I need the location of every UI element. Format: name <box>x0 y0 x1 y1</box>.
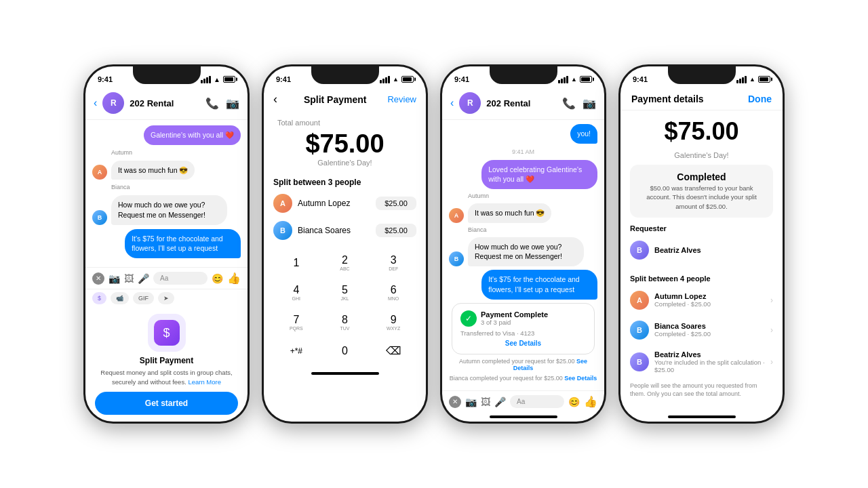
key-4[interactable]: 4GHI <box>273 279 319 306</box>
phone-3: 9:41 ▲ ‹ R 202 Rental 📞 📷 <box>440 64 606 424</box>
key-del[interactable]: ⌫ <box>370 339 416 363</box>
requester-label-4: Requester <box>630 224 773 232</box>
split-label-4: Split between 4 people <box>630 274 773 283</box>
call-icon-3[interactable]: 📞 <box>562 97 576 110</box>
video-icon-3[interactable]: 📷 <box>583 97 596 110</box>
video-btn-1[interactable]: 📹 <box>111 292 129 304</box>
image-icon-1[interactable]: 🖼 <box>124 273 134 284</box>
wifi-icon-3: ▲ <box>571 76 577 83</box>
like-icon-3[interactable]: 👍 <box>584 395 597 408</box>
home-indicator-4 <box>668 415 736 418</box>
sender-bianca-3: Bianca <box>468 226 597 233</box>
key-1[interactable]: 1 <box>273 249 319 277</box>
key-2[interactable]: 2ABC <box>322 249 368 277</box>
msg-row-response-1: It's $75 for the chocolate and flowers, … <box>92 229 241 258</box>
total-label-2: Total amount <box>277 119 412 127</box>
group-avatar-1: R <box>102 92 124 114</box>
camera-icon-3[interactable]: 📷 <box>465 396 477 407</box>
key-6[interactable]: 6MNO <box>370 279 416 306</box>
payments-row-1: $ 📹 GIF ➤ <box>85 289 248 308</box>
person-name-bianca-2: Bianca Soares <box>298 226 370 235</box>
split-icon-1: $ <box>154 320 180 346</box>
sender-autumn-3: Autumn <box>468 192 597 199</box>
payment-btn-1[interactable]: $ <box>92 292 106 304</box>
person-row-bianca-2: B Bianca Soares $25.00 <box>264 217 426 244</box>
pc-subtitle-3: 3 of 3 paid <box>481 319 548 326</box>
split-icon-wrap-1: $ <box>148 314 186 352</box>
sender-bianca-1: Bianca <box>111 184 241 190</box>
learn-more-link-1[interactable]: Learn More <box>188 378 221 386</box>
person-row-autumn-4[interactable]: A Autumn Lopez Completed · $25.00 › <box>630 288 773 312</box>
status-icons-4: ▲ <box>736 76 770 83</box>
chat-title-3: 202 Rental <box>486 98 557 108</box>
avatar-beatriz-requester-4: B <box>630 241 649 260</box>
person-name-beatriz-4: Beatriz Alves <box>654 350 765 359</box>
msg-row-response-3: It's $75 for the chocolate and flowers, … <box>449 270 597 299</box>
message-input-1[interactable]: Aa <box>153 272 208 285</box>
note-4: People will see the amount you requested… <box>630 382 773 399</box>
chevron-bianca-4: › <box>770 325 773 335</box>
msg-bubble-autumn-3: It was so much fun 😎 <box>468 203 551 223</box>
payment-details-title-4: Payment details <box>631 94 704 104</box>
back-button-1[interactable]: ‹ <box>94 97 97 109</box>
see-details-button-3[interactable]: See Details <box>460 340 586 347</box>
image-icon-3[interactable]: 🖼 <box>481 396 490 407</box>
split-between-label-2: Split between 3 people <box>264 172 426 190</box>
timestamp-3: 9:41 AM <box>449 148 597 155</box>
pc-detail-3: Transferred to Visa · 4123 <box>460 329 586 337</box>
p2-header: ‹ Split Payment Review <box>264 89 426 113</box>
key-5[interactable]: 5JKL <box>322 279 368 306</box>
key-7[interactable]: 7PQRS <box>273 309 319 336</box>
battery-icon-1 <box>223 76 235 83</box>
emoji-icon-3[interactable]: 😊 <box>568 396 580 407</box>
msg-bubble-response-1: It's $75 for the chocolate and flowers, … <box>125 229 241 258</box>
battery-icon-3 <box>580 76 592 83</box>
review-button-2[interactable]: Review <box>387 94 416 104</box>
status-time-4: 9:41 <box>633 75 648 83</box>
toolbar-3: ✕ 📷 🖼 🎤 Aa 😊 👍 <box>442 390 604 412</box>
get-started-button-1[interactable]: Get started <box>95 392 238 415</box>
p4-header: Payment details Done <box>620 89 783 110</box>
camera-icon-1[interactable]: 📷 <box>108 273 120 284</box>
sender-autumn-1: Autumn <box>111 149 241 156</box>
person-name-autumn-2: Autumn Lopez <box>298 199 370 208</box>
person-row-bianca-4[interactable]: B Bianca Soares Completed · $25.00 › <box>630 318 773 342</box>
key-3[interactable]: 3DEF <box>370 249 416 277</box>
mic-icon-3[interactable]: 🎤 <box>494 396 506 407</box>
key-8[interactable]: 8TUV <box>322 309 368 336</box>
emoji-icon-1[interactable]: 😊 <box>212 273 223 284</box>
close-btn-3[interactable]: ✕ <box>449 396 461 408</box>
msg-bubble-bianca-3: How much do we owe you? Request me on Me… <box>468 237 584 266</box>
message-input-3[interactable]: Aa <box>510 395 564 408</box>
done-button-4[interactable]: Done <box>748 94 772 104</box>
video-icon-1[interactable]: 📷 <box>226 97 239 110</box>
person-name-bianca-4: Bianca Soares <box>654 322 711 330</box>
key-special[interactable]: +*# <box>273 339 319 363</box>
bianca-completed-3: Bianca completed your request for $25.00… <box>449 375 597 382</box>
see-details-bianca-3[interactable]: See Details <box>564 375 597 382</box>
see-details-autumn-3[interactable]: See Details <box>513 358 587 371</box>
chat-body-3: you! 9:41 AM Loved celebrating Galentine… <box>442 120 604 390</box>
pc-card-header-3: ✓ Payment Complete 3 of 3 paid <box>460 310 586 327</box>
split-desc-1: Request money and split costs in group c… <box>95 368 238 386</box>
call-icon-1[interactable]: 📞 <box>205 97 219 110</box>
gif-btn-1[interactable]: GIF <box>133 292 154 304</box>
back-button-3[interactable]: ‹ <box>450 97 454 109</box>
mic-icon-1[interactable]: 🎤 <box>138 273 149 284</box>
event-4: Galentine's Day! <box>630 151 773 159</box>
person-sub-autumn-4: Completed · $25.00 <box>654 300 711 308</box>
key-0[interactable]: 0 <box>322 339 368 363</box>
signal-icon-1 <box>201 76 211 83</box>
like-icon-1[interactable]: 👍 <box>227 272 241 285</box>
phone-2: 9:41 ▲ ‹ Split Payment Review <box>262 64 428 424</box>
person-row-beatriz-4[interactable]: B Beatriz Alves You're included in the s… <box>630 348 773 376</box>
status-icons-1: ▲ <box>201 76 235 83</box>
wifi-icon-2: ▲ <box>393 76 399 83</box>
toolbar-1: ✕ 📷 🖼 🎤 Aa 😊 👍 <box>85 267 248 289</box>
notch-2 <box>311 66 379 84</box>
requester-person-4: B Beatriz Alves <box>630 238 773 262</box>
close-btn-1[interactable]: ✕ <box>92 272 104 285</box>
key-9[interactable]: 9WXYZ <box>370 309 416 336</box>
send-btn-1[interactable]: ➤ <box>158 292 174 304</box>
back-button-2[interactable]: ‹ <box>273 92 277 106</box>
